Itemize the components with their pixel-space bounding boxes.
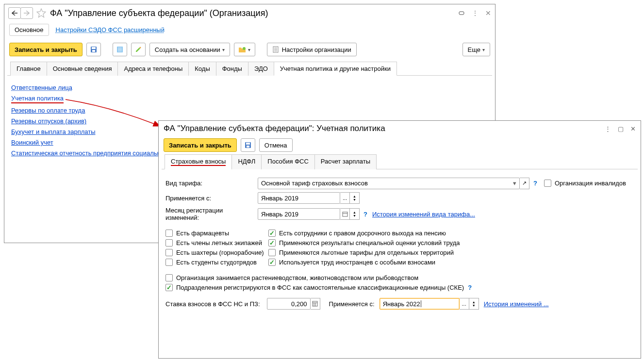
dialog-tabs: Страховые взносы НДФЛ Пособия ФСС Расчет… — [162, 154, 638, 169]
reg-month-input[interactable]: Январь 2019 — [258, 208, 340, 220]
chk-early-pension[interactable] — [268, 230, 276, 237]
dialog-save-close-button[interactable]: Записать и закрыть — [164, 138, 237, 152]
tab-fss[interactable]: Пособия ФСС — [261, 154, 314, 169]
favorite-icon[interactable] — [35, 7, 47, 19]
chk-miners[interactable] — [165, 249, 173, 256]
dialog-save-button[interactable] — [241, 138, 255, 152]
tabs-row: Главное Основные сведения Адреса и телеф… — [7, 61, 492, 76]
window-title: ФА "Управление субъекта федерации" (Орга… — [50, 8, 457, 18]
chk-ske[interactable] — [165, 284, 173, 291]
reg-month-help-icon[interactable]: ? — [363, 211, 367, 218]
create-based-label: Создать на основании — [155, 46, 220, 53]
rate-applies-ellipsis[interactable]: ... — [460, 298, 469, 310]
chk-students-label: Есть студенты студотрядов — [176, 259, 257, 266]
svg-rect-8 — [246, 143, 250, 145]
rate-applies-spinner[interactable]: ▲▼ — [469, 298, 479, 310]
dialog-title-bar: ФА "Управление субъекта федерации": Учет… — [159, 121, 641, 136]
back-button[interactable] — [8, 7, 21, 19]
tab-funds[interactable]: Фонды — [216, 62, 248, 76]
disabled-org-checkbox[interactable] — [544, 180, 551, 187]
reg-month-spinner[interactable]: ▲▼ — [350, 208, 360, 220]
tab-codes[interactable]: Коды — [188, 62, 216, 76]
save-button[interactable] — [86, 43, 101, 56]
applies-from-input[interactable]: Январь 2019 — [258, 192, 340, 204]
dialog-title: ФА "Управление субъекта федерации": Учет… — [164, 124, 605, 133]
chk-agri-label: Организация занимается растениеводством,… — [176, 274, 418, 281]
org-settings-label: Настройки организации — [282, 46, 351, 53]
save-close-button[interactable]: Записать и закрыть — [9, 43, 83, 56]
reg-month-label: Месяц регистрации изменений: — [165, 207, 258, 221]
link-accounting-policy-label: Учетная политика — [11, 95, 64, 103]
chk-special-assess-label: Применяются результаты специальной оценк… — [279, 239, 460, 247]
rate-applies-label: Применяется с: — [329, 300, 375, 308]
rate-history-link[interactable]: История изменений ... — [484, 300, 549, 308]
chk-agri[interactable] — [165, 274, 173, 281]
disabled-org-label: Организация инвалидов — [555, 180, 626, 187]
ske-help-icon[interactable]: ? — [468, 284, 472, 291]
title-bar: ФА "Управление субъекта федерации" (Орга… — [4, 4, 495, 22]
forward-button[interactable] — [20, 7, 33, 19]
tab-basic-info[interactable]: Основные сведения — [47, 62, 118, 76]
dialog-toolbar: Записать и закрыть Отмена — [159, 136, 641, 154]
tab-addresses[interactable]: Адреса и телефоны — [117, 62, 189, 76]
tab-ndfl[interactable]: НДФЛ — [231, 154, 262, 169]
tab-salary-calc[interactable]: Расчет зарплаты — [314, 154, 377, 169]
chk-flight[interactable] — [165, 239, 173, 247]
section-main[interactable]: Основное — [9, 24, 49, 36]
chk-foreign[interactable] — [268, 259, 276, 266]
rate-label: Ставка взносов в ФСС НС и ПЗ: — [165, 300, 260, 308]
chk-students[interactable] — [165, 259, 173, 266]
tariff-value: Основной тариф страховых взносов — [261, 180, 368, 187]
dialog-cancel-button[interactable]: Отмена — [259, 138, 293, 152]
svg-point-5 — [243, 47, 246, 50]
tab-insurance[interactable]: Страховые взносы — [165, 154, 232, 169]
tab-accounting-policy[interactable]: Учетная политика и другие настройки — [274, 62, 397, 76]
tab-main[interactable]: Главное — [10, 62, 47, 76]
svg-rect-9 — [247, 146, 249, 148]
tab-edo[interactable]: ЭДО — [248, 62, 274, 76]
dialog-maximize-icon[interactable]: ▢ — [618, 125, 624, 132]
chk-regional[interactable] — [268, 249, 276, 256]
more-label: Еще — [468, 46, 480, 53]
link-icon[interactable] — [457, 9, 465, 17]
tariff-open-button[interactable]: ↗ — [520, 178, 529, 189]
chk-regional-label: Применяются льготные тарифы для отдельны… — [279, 249, 454, 256]
applies-from-spinner[interactable]: ▲▼ — [350, 192, 360, 204]
create-based-button[interactable]: Создать на основании▾ — [149, 43, 230, 56]
toolbar: Записать и закрыть Создать на основании▾… — [4, 41, 495, 61]
tariff-label: Вид тарифа: — [165, 180, 258, 187]
link-labor-reserves[interactable]: Резервы по оплате труда — [11, 107, 488, 114]
rate-value: 0,200 — [291, 300, 307, 308]
rate-applies-input[interactable]: Январь 2022 — [380, 298, 460, 310]
more-icon[interactable]: ⋮ — [472, 9, 479, 17]
rate-input[interactable]: 0,200 — [267, 298, 311, 310]
chk-pharma[interactable] — [165, 230, 173, 237]
form: Вид тарифа: Основной тариф страховых взн… — [159, 169, 641, 314]
list-button[interactable] — [113, 43, 127, 56]
tariff-history-link[interactable]: История изменений вида тарифа... — [372, 211, 475, 218]
link-accounting-policy[interactable]: Учетная политика — [11, 95, 488, 103]
chk-pharma-label: Есть фармацевты — [176, 230, 229, 237]
rate-applies-value: Январь 2022 — [383, 300, 420, 308]
tariff-select[interactable]: Основной тариф страховых взносов ▾ — [258, 178, 520, 189]
reg-month-calendar-icon[interactable] — [340, 208, 350, 220]
rate-calc-icon[interactable] — [311, 298, 320, 310]
chk-early-pension-label: Есть сотрудники с правом досрочного выхо… — [279, 230, 446, 237]
dialog-close-icon[interactable]: ✕ — [630, 125, 636, 132]
edit-button[interactable] — [131, 43, 146, 56]
dialog-more-icon[interactable]: ⋮ — [605, 125, 611, 132]
folder-button[interactable]: ▾ — [234, 43, 255, 56]
section-sedo-link[interactable]: Настройки СЭДО ФСС расширенный — [56, 26, 165, 33]
tariff-help-icon[interactable]: ? — [533, 180, 537, 187]
policy-dialog: ФА "Управление субъекта федерации": Учет… — [158, 120, 641, 359]
svg-rect-1 — [92, 47, 96, 49]
chk-flight-label: Есть члены летных экипажей — [176, 239, 262, 247]
svg-rect-11 — [313, 301, 317, 306]
org-settings-button[interactable]: Настройки организации — [267, 43, 357, 56]
chk-special-assess[interactable] — [268, 239, 276, 247]
applies-from-ellipsis[interactable]: ... — [340, 192, 350, 204]
close-icon[interactable]: ✕ — [485, 9, 491, 17]
chk-ske-label: Подразделения регистрируются в ФСС как с… — [176, 284, 464, 291]
more-button[interactable]: Еще▾ — [462, 43, 490, 56]
link-responsible[interactable]: Ответственные лица — [11, 84, 488, 91]
